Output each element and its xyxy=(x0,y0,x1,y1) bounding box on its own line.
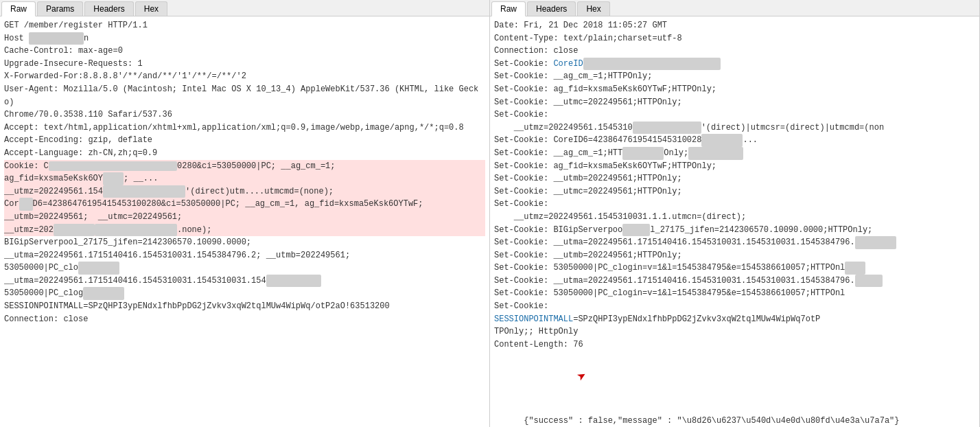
line: Set-Cookie: __utma=202249561.1715140416.… xyxy=(494,275,975,288)
line: Set-Cookie: __utmc=202249561;HTTPOnly; xyxy=(494,96,975,109)
left-tab-params[interactable]: Params xyxy=(37,1,83,16)
line: Set-Cookie: xyxy=(494,198,975,211)
session-link[interactable]: SESSIONPOINTMALL xyxy=(494,314,573,324)
line: Set-Cookie: __utmc=202249561;HTTPOnly; xyxy=(494,185,975,198)
line: Set-Cookie: xyxy=(494,300,975,313)
line: Set-Cookie: __utmb=202249561;HTTPOnly; xyxy=(494,249,975,262)
line: Set-Cookie: 53050000|PC_clogin=v=1&l=154… xyxy=(494,287,975,300)
line: Accept: text/html,application/xhtml+xml,… xyxy=(4,122,485,135)
right-tab-bar: Raw Headers Hex xyxy=(490,0,979,16)
line: Set-Cookie: CoreID xyxy=(494,58,975,71)
right-content[interactable]: Date: Fri, 21 Dec 2018 11:05:27 GMT Cont… xyxy=(490,16,979,427)
line: Set-Cookie: xyxy=(494,108,975,122)
line: 53050000|PC_clo xyxy=(4,262,485,275)
line: Accept-Encoding: gzip, deflate xyxy=(4,134,485,147)
line: BIGipServerpool_27175_jifen=2142306570.1… xyxy=(4,236,485,249)
right-tab-hex[interactable]: Hex xyxy=(577,1,609,16)
line: Set-Cookie: 53050000|PC_clogin=v=1&l=154… xyxy=(494,262,975,275)
line: Date: Fri, 21 Dec 2018 11:05:27 GMT xyxy=(494,19,975,32)
line: Set-Cookie: CoreID6=42386476195415453100… xyxy=(494,134,975,147)
left-tab-hex[interactable]: Hex xyxy=(135,1,167,16)
line: Set-Cookie: __utmb=202249561;HTTPOnly; xyxy=(494,172,975,185)
right-tab-headers[interactable]: Headers xyxy=(527,1,576,16)
line: Set-Cookie: __utma=202249561.1715140416.… xyxy=(494,236,975,249)
line: __utmz=202249561.1545310 '(direct)|utmcs… xyxy=(494,122,975,135)
right-tab-raw[interactable]: Raw xyxy=(491,1,526,16)
line: Set-Cookie: BIGipServerpoo l_27175_jifen… xyxy=(494,224,975,237)
left-tab-raw[interactable]: Raw xyxy=(1,1,36,16)
line: Content-Length: 76 xyxy=(494,338,975,351)
line: Cache-Control: max-age=0 xyxy=(4,45,485,58)
line: TPOnly;; HttpOnly xyxy=(494,325,975,338)
line: __utmz=202249561.154 '(direct)utm....utm… xyxy=(4,185,485,198)
line xyxy=(494,351,975,364)
left-panel: Raw Params Headers Hex GET /member/regis… xyxy=(0,0,490,427)
line: Accept-Language: zh-CN,zh;q=0.9 xyxy=(4,147,485,160)
left-content[interactable]: GET /member/register HTTP/1.1 Host n Cac… xyxy=(0,16,489,427)
line: __utma=202249561.1715140416.1545310031.1… xyxy=(4,275,485,288)
line: Chrome/70.0.3538.110 Safari/537.36 xyxy=(4,108,485,122)
line: Cor D6=42386476195415453100280&ci=530500… xyxy=(4,198,485,211)
line: Set-Cookie: __ag_cm_=1;HTTPOnly; xyxy=(494,70,975,83)
line: Cookie: CoreID6_42386476195415453100280&… xyxy=(4,160,485,173)
line: __utma=202249561.1715140416.1545310031.1… xyxy=(4,249,485,262)
line: Set-Cookie: ag_fid=kxsma5eKsk6OYTwF;HTTP… xyxy=(494,83,975,96)
line: __utmz=202 .none); xyxy=(4,224,485,237)
line: __utmb=202249561; __utmc=202249561; xyxy=(4,211,485,224)
line: Set-Cookie: __ag_cm_=1;HTT Only; xyxy=(494,147,975,160)
line: X-Forwarded-For:8.8.8.8'/**/and/**/'1'/*… xyxy=(4,70,485,83)
response-json-line: ➤ {"success" : false,"message" : "\u8d26… xyxy=(494,364,975,427)
right-panel: Raw Headers Hex Date: Fri, 21 Dec 2018 1… xyxy=(490,0,980,427)
line: Connection: close xyxy=(494,45,975,58)
line: GET /member/register HTTP/1.1 xyxy=(4,19,485,32)
line: __utmz=202249561.1545310031.1.1.utmcn=(d… xyxy=(494,211,975,224)
left-tab-headers[interactable]: Headers xyxy=(84,1,133,16)
line: Upgrade-Insecure-Requests: 1 xyxy=(4,58,485,71)
left-tab-bar: Raw Params Headers Hex xyxy=(0,0,489,16)
coreid-link[interactable]: CoreID xyxy=(553,59,583,69)
line: Content-Type: text/plain;charset=utf-8 xyxy=(494,32,975,45)
line: User-Agent: Mozilla/5.0 (Macintosh; Inte… xyxy=(4,83,485,108)
line: SESSIONPOINTMALL=SPzQHPI3ypENdxlfhbPpDG2… xyxy=(4,300,485,313)
line: 53050000|PC_clog xyxy=(4,287,485,300)
line: Connection: close xyxy=(4,313,485,326)
line: Host n xyxy=(4,32,485,45)
line: Set-Cookie: ag_fid=kxsma5eKsk6OYTwF;HTTP… xyxy=(494,160,975,173)
line: SESSIONPOINTMALL=SPzQHPI3ypENdxlfhbPpDG2… xyxy=(494,313,975,326)
line: ag_fid=kxsma5eKsk6OY ; __... xyxy=(4,172,485,185)
